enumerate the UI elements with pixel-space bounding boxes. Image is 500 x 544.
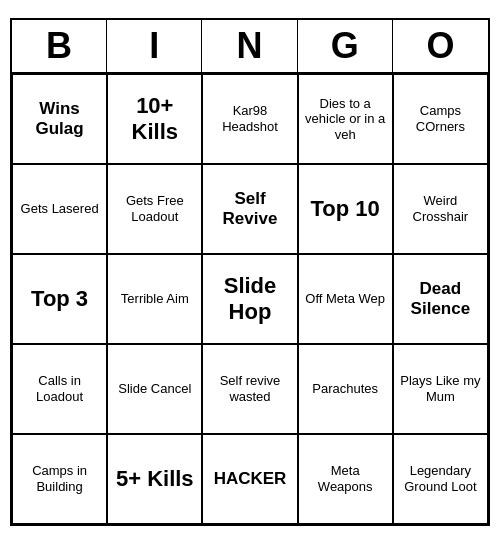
bingo-header: BINGO [12, 20, 488, 74]
cell-text: Dies to a vehicle or in a veh [303, 96, 388, 143]
bingo-cell-20[interactable]: Camps in Building [12, 434, 107, 524]
cell-text: Legendary Ground Loot [398, 463, 483, 494]
header-letter: N [202, 20, 297, 72]
bingo-cell-21[interactable]: 5+ Kills [107, 434, 202, 524]
bingo-cell-5[interactable]: Gets Lasered [12, 164, 107, 254]
bingo-cell-8[interactable]: Top 10 [298, 164, 393, 254]
cell-text: Off Meta Wep [305, 291, 385, 307]
cell-text: Kar98 Headshot [207, 103, 292, 134]
cell-text: Self Revive [207, 189, 292, 230]
bingo-cell-22[interactable]: HACKER [202, 434, 297, 524]
cell-text: Weird Crosshair [398, 193, 483, 224]
bingo-card: BINGO Wins Gulag10+ KillsKar98 HeadshotD… [10, 18, 490, 526]
bingo-cell-24[interactable]: Legendary Ground Loot [393, 434, 488, 524]
bingo-cell-19[interactable]: Plays Like my Mum [393, 344, 488, 434]
bingo-cell-4[interactable]: Camps COrners [393, 74, 488, 164]
bingo-cell-1[interactable]: 10+ Kills [107, 74, 202, 164]
cell-text: Slide Cancel [118, 381, 191, 397]
cell-text: Gets Free Loadout [112, 193, 197, 224]
cell-text: Parachutes [312, 381, 378, 397]
bingo-cell-9[interactable]: Weird Crosshair [393, 164, 488, 254]
cell-text: Camps COrners [398, 103, 483, 134]
cell-text: 10+ Kills [112, 93, 197, 146]
cell-text: Camps in Building [17, 463, 102, 494]
cell-text: Plays Like my Mum [398, 373, 483, 404]
bingo-cell-0[interactable]: Wins Gulag [12, 74, 107, 164]
bingo-cell-3[interactable]: Dies to a vehicle or in a veh [298, 74, 393, 164]
cell-text: Gets Lasered [21, 201, 99, 217]
cell-text: Terrible Aim [121, 291, 189, 307]
cell-text: Meta Weapons [303, 463, 388, 494]
header-letter: O [393, 20, 488, 72]
bingo-cell-23[interactable]: Meta Weapons [298, 434, 393, 524]
bingo-cell-14[interactable]: Dead Silence [393, 254, 488, 344]
header-letter: G [298, 20, 393, 72]
bingo-cell-2[interactable]: Kar98 Headshot [202, 74, 297, 164]
bingo-cell-18[interactable]: Parachutes [298, 344, 393, 434]
cell-text: Slide Hop [207, 273, 292, 326]
bingo-cell-15[interactable]: Calls in Loadout [12, 344, 107, 434]
bingo-cell-10[interactable]: Top 3 [12, 254, 107, 344]
bingo-cell-16[interactable]: Slide Cancel [107, 344, 202, 434]
cell-text: Top 10 [311, 196, 380, 222]
cell-text: Dead Silence [398, 279, 483, 320]
cell-text: Calls in Loadout [17, 373, 102, 404]
bingo-cell-7[interactable]: Self Revive [202, 164, 297, 254]
cell-text: HACKER [214, 469, 287, 489]
header-letter: B [12, 20, 107, 72]
bingo-cell-17[interactable]: Self revive wasted [202, 344, 297, 434]
bingo-cell-6[interactable]: Gets Free Loadout [107, 164, 202, 254]
bingo-cell-12[interactable]: Slide Hop [202, 254, 297, 344]
bingo-cell-13[interactable]: Off Meta Wep [298, 254, 393, 344]
cell-text: Self revive wasted [207, 373, 292, 404]
header-letter: I [107, 20, 202, 72]
bingo-grid: Wins Gulag10+ KillsKar98 HeadshotDies to… [12, 74, 488, 524]
cell-text: Wins Gulag [17, 99, 102, 140]
cell-text: 5+ Kills [116, 466, 194, 492]
bingo-cell-11[interactable]: Terrible Aim [107, 254, 202, 344]
cell-text: Top 3 [31, 286, 88, 312]
